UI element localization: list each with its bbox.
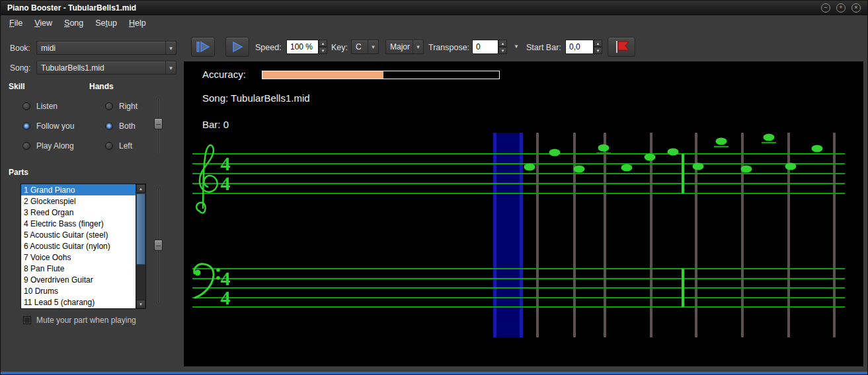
chevron-down-icon: ▾ xyxy=(413,40,423,53)
svg-text:4: 4 xyxy=(221,172,231,194)
parts-list-item[interactable]: 11 Lead 5 (charang) xyxy=(21,297,136,308)
speed-spin-arrows: ▲ ▼ xyxy=(319,40,327,54)
hands-balance-slider[interactable] xyxy=(154,98,163,154)
play-from-start-icon xyxy=(195,41,211,53)
slider-handle[interactable] xyxy=(154,118,163,129)
radio-button[interactable] xyxy=(105,122,113,130)
minimize-button[interactable]: − xyxy=(821,3,830,13)
left-panel: Book: midi ▾ Song: TubularBells1.mid ▾ S… xyxy=(1,31,183,374)
hands-options: RightBothLeft xyxy=(105,96,138,156)
speed-spinbox[interactable]: 100 % xyxy=(286,40,319,54)
menu-bar: FileViewSongSetupHelp xyxy=(1,15,867,31)
radio-option-follow-you[interactable]: Follow you xyxy=(22,116,74,136)
spin-down-icon[interactable]: ▼ xyxy=(498,47,507,54)
menu-item-setup[interactable]: Setup xyxy=(89,17,123,30)
start-bar-spin-arrows: ▲ ▼ xyxy=(594,40,602,54)
play-from-start-button[interactable] xyxy=(191,37,215,57)
parts-list-item[interactable]: 7 Voice Oohs xyxy=(21,252,136,263)
radio-button[interactable] xyxy=(22,102,30,110)
radio-option-listen[interactable]: Listen xyxy=(22,96,74,116)
skill-heading: Skill xyxy=(9,82,25,91)
part-volume-slider[interactable] xyxy=(154,188,163,303)
play-button[interactable] xyxy=(225,37,249,57)
mute-checkbox-label: Mute your part when playing xyxy=(36,316,136,325)
spin-down-icon[interactable]: ▼ xyxy=(594,47,602,54)
radio-button[interactable] xyxy=(22,122,30,130)
radio-option-left[interactable]: Left xyxy=(105,136,138,156)
window-title: Piano Booster - TubularBells1.mid xyxy=(7,3,136,13)
title-bar[interactable]: Piano Booster - TubularBells1.mid − + × xyxy=(1,1,867,15)
flag-icon xyxy=(613,39,630,55)
start-bar-value: 0,0 xyxy=(569,42,580,51)
app-window: Piano Booster - TubularBells1.mid − + × … xyxy=(0,0,868,375)
skill-options: ListenFollow youPlay Along xyxy=(22,96,74,156)
radio-option-right[interactable]: Right xyxy=(105,96,138,116)
scroll-up-icon[interactable]: ▲ xyxy=(136,184,145,193)
spin-up-icon[interactable]: ▲ xyxy=(594,40,602,47)
minimize-icon: − xyxy=(824,4,827,11)
start-bar-label: Start Bar: xyxy=(526,43,561,52)
key-combo[interactable]: C ▾ xyxy=(351,40,379,54)
parts-list-item[interactable]: 6 Acoustic Guitar (nylon) xyxy=(21,240,136,252)
slider-handle[interactable] xyxy=(154,240,163,251)
svg-text:4: 4 xyxy=(221,153,231,174)
scale-combo-value: Major xyxy=(386,42,413,51)
parts-list-item[interactable]: 8 Pan Flute xyxy=(21,263,136,275)
menu-item-help[interactable]: Help xyxy=(123,17,152,30)
music-notation: 4444 xyxy=(184,61,863,366)
play-icon xyxy=(231,41,244,53)
mute-checkbox-row[interactable]: Mute your part when playing xyxy=(23,316,136,325)
toolbar-overflow-button[interactable]: ▾ xyxy=(510,41,522,51)
menu-item-song[interactable]: Song xyxy=(58,17,89,30)
window-bottom-edge xyxy=(1,372,867,374)
parts-list-item[interactable]: 1 Grand Piano xyxy=(21,184,136,195)
book-combo-value: midi xyxy=(37,44,165,53)
parts-list-item[interactable]: 10 Drums xyxy=(21,286,136,297)
parts-list: 1 Grand Piano2 Glockenspiel3 Reed Organ4… xyxy=(21,184,136,308)
maximize-button[interactable]: + xyxy=(836,3,846,13)
radio-label: Play Along xyxy=(36,141,74,151)
spin-up-icon[interactable]: ▲ xyxy=(319,40,327,47)
transpose-spinbox[interactable]: 0 xyxy=(472,40,498,54)
spin-up-icon[interactable]: ▲ xyxy=(498,40,507,47)
close-icon: × xyxy=(854,4,857,11)
speed-value: 100 % xyxy=(290,42,313,51)
menu-item-file[interactable]: File xyxy=(3,17,28,30)
radio-button[interactable] xyxy=(105,102,113,110)
song-combo[interactable]: TubularBells1.mid ▾ xyxy=(36,61,177,75)
radio-option-both[interactable]: Both xyxy=(105,116,138,136)
key-label: Key: xyxy=(331,43,348,52)
parts-list-item[interactable]: 3 Reed Organ xyxy=(21,207,136,218)
hands-heading: Hands xyxy=(89,82,114,91)
scroll-down-icon[interactable]: ▼ xyxy=(136,300,145,308)
transpose-label: Transpose: xyxy=(428,43,469,52)
scrollbar-thumb[interactable] xyxy=(136,193,145,265)
parts-list-item[interactable]: 5 Acoustic Guitar (steel) xyxy=(21,229,136,240)
toolbar: Speed: 100 % ▲ ▼ Key: C ▾ Major ▾ Transp… xyxy=(183,31,867,61)
chevron-down-icon: ▾ xyxy=(165,42,176,54)
maximize-icon: + xyxy=(839,4,842,11)
spin-down-icon[interactable]: ▼ xyxy=(319,47,327,54)
parts-list-item[interactable]: 9 Overdriven Guitar xyxy=(21,275,136,286)
mute-checkbox[interactable] xyxy=(23,316,31,324)
svg-text:4: 4 xyxy=(221,287,231,308)
song-combo-value: TubularBells1.mid xyxy=(37,63,165,73)
chevron-down-icon: ▾ xyxy=(165,61,176,74)
radio-button[interactable] xyxy=(105,142,113,150)
book-combo[interactable]: midi ▾ xyxy=(36,41,177,55)
radio-label: Both xyxy=(119,121,136,131)
parts-list-item[interactable]: 4 Electric Bass (finger) xyxy=(21,218,136,229)
start-bar-spinbox[interactable]: 0,0 xyxy=(565,40,594,54)
radio-label: Listen xyxy=(36,102,58,111)
speed-label: Speed: xyxy=(255,43,282,52)
radio-button[interactable] xyxy=(22,142,30,150)
chevron-down-icon: ▾ xyxy=(368,40,378,53)
parts-list-item[interactable]: 2 Glockenspiel xyxy=(21,195,136,207)
radio-option-play-along[interactable]: Play Along xyxy=(22,136,74,156)
flag-button[interactable] xyxy=(608,37,635,57)
scale-combo[interactable]: Major ▾ xyxy=(385,40,424,54)
parts-scrollbar[interactable]: ▲ ▼ xyxy=(136,184,145,308)
menu-item-view[interactable]: View xyxy=(28,17,58,30)
window-controls: − + × xyxy=(821,3,861,13)
close-button[interactable]: × xyxy=(851,3,861,13)
